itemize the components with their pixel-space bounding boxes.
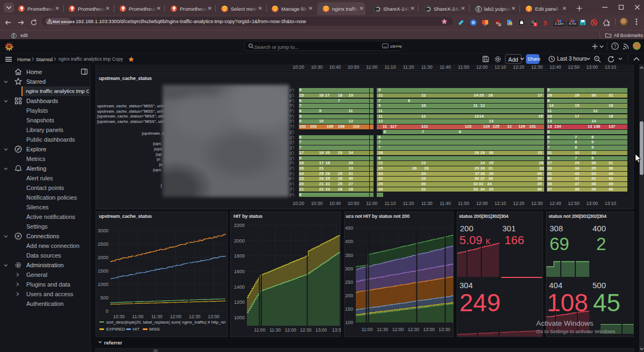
svg-text:S: S: [544, 19, 547, 26]
svg-text:?: ?: [614, 43, 617, 49]
svg-text:1: 1: [499, 23, 500, 26]
